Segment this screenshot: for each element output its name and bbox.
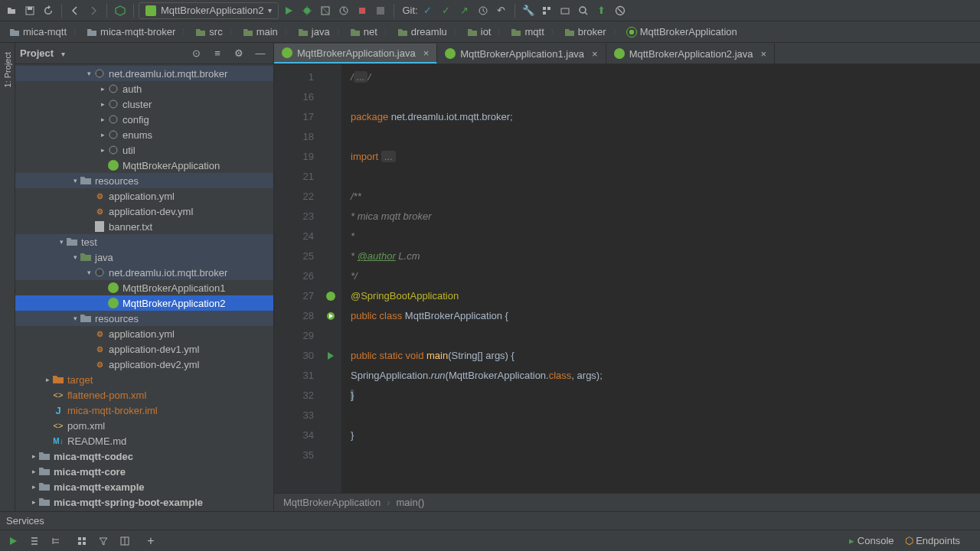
crumb-class[interactable]: MqttBrokerApplication xyxy=(283,497,381,508)
tree-node[interactable]: ⚙application.yml xyxy=(15,326,273,341)
nav-breadcrumbs: mica-mqtt〉mica-mqtt-broker〉src〉main〉java… xyxy=(0,21,980,43)
tree-node[interactable]: ▸target xyxy=(15,372,273,387)
breadcrumb-item[interactable]: java xyxy=(295,24,333,39)
git-label: Git: xyxy=(402,5,417,16)
tree-node[interactable]: ▾java xyxy=(15,249,273,265)
select-opened-icon[interactable]: ⊙ xyxy=(188,45,204,62)
tree-node[interactable]: ⚙application-dev2.yml xyxy=(15,357,273,372)
coverage-icon[interactable] xyxy=(317,2,334,19)
editor-tab[interactable]: MqttBrokerApplication1.java× xyxy=(437,44,606,64)
breadcrumb-item[interactable]: mqtt xyxy=(508,24,547,39)
services-toolbar: + ▸ Console ⬡ Endpoints xyxy=(0,530,980,551)
breadcrumb-item[interactable]: MqttBrokerApplication xyxy=(623,24,740,39)
code-editor[interactable]: /.../package net.dreamlu.iot.mqtt.broker… xyxy=(341,64,980,493)
services-tree-icon[interactable] xyxy=(47,533,64,549)
tree-node[interactable]: ⚙application-dev1.yml xyxy=(15,341,273,357)
svg-point-13 xyxy=(96,70,103,77)
tree-node[interactable]: ▾net.dreamlu.iot.mqtt.broker xyxy=(15,265,273,280)
run-config-selector[interactable]: MqttBrokerApplication2 ▾ xyxy=(139,2,279,19)
svg-rect-5 xyxy=(377,7,384,15)
tree-node[interactable]: ▸mica-mqtt-example xyxy=(15,479,273,494)
git-update-icon[interactable]: ✓ xyxy=(420,2,436,19)
forward-icon[interactable] xyxy=(85,2,102,19)
services-add-icon[interactable]: + xyxy=(142,533,159,549)
tree-node[interactable]: ▸mica-mqtt-core xyxy=(15,464,273,479)
tree-node[interactable]: Jmica-mqtt-broker.iml xyxy=(15,403,273,418)
services-layout-icon[interactable] xyxy=(116,533,133,549)
tree-node[interactable]: <>pom.xml xyxy=(15,418,273,433)
services-filter-icon[interactable] xyxy=(95,533,112,549)
tree-node[interactable]: ▾resources xyxy=(15,311,273,326)
tree-node[interactable]: MqttBrokerApplication1 xyxy=(15,280,273,295)
run-icon[interactable] xyxy=(280,2,297,19)
back-icon[interactable] xyxy=(67,2,83,19)
git-push-icon[interactable]: ↗ xyxy=(456,2,473,19)
save-icon[interactable] xyxy=(21,2,38,19)
tree-node[interactable]: ▾test xyxy=(15,234,273,249)
project-view-selector[interactable] xyxy=(58,47,65,59)
breadcrumb-item[interactable]: main xyxy=(240,24,281,39)
tree-node[interactable]: ▸enums xyxy=(15,127,273,142)
endpoints-tab[interactable]: ⬡ Endpoints xyxy=(905,535,960,546)
tree-node[interactable]: MqttBrokerApplication2 xyxy=(15,295,273,311)
debug-icon[interactable] xyxy=(299,2,315,19)
tree-node[interactable]: ⚙application-dev.yml xyxy=(15,204,273,219)
breadcrumb-item[interactable]: mica-mqtt xyxy=(6,24,70,39)
svg-rect-24 xyxy=(78,542,81,545)
services-grid-icon[interactable] xyxy=(74,533,90,549)
search-icon[interactable] xyxy=(575,2,592,19)
gutter-icons xyxy=(320,64,341,493)
tree-node[interactable]: ▸mica-mqtt-codec xyxy=(15,448,273,464)
hide-icon[interactable]: — xyxy=(252,45,269,62)
tree-node[interactable]: ▸config xyxy=(15,112,273,127)
attach-icon[interactable]: ⏹ xyxy=(354,2,371,19)
settings-icon[interactable]: 🔧 xyxy=(520,2,537,19)
gear-icon[interactable]: ⚙ xyxy=(230,45,247,62)
project-tree[interactable]: ▾net.dreamlu.iot.mqtt.broker▸auth▸cluste… xyxy=(15,64,273,511)
editor-tab[interactable]: MqttBrokerApplication.java× xyxy=(274,44,437,64)
crumb-method[interactable]: main() xyxy=(397,497,425,508)
svg-rect-10 xyxy=(561,8,569,14)
tree-node[interactable]: MqttBrokerApplication xyxy=(15,158,273,173)
editor-tabs: MqttBrokerApplication.java×MqttBrokerApp… xyxy=(274,43,980,64)
tree-node[interactable]: ▸util xyxy=(15,142,273,158)
console-tab[interactable]: ▸ Console xyxy=(849,535,893,546)
services-panel-header[interactable]: Services xyxy=(0,511,980,530)
breadcrumb-item[interactable]: net xyxy=(347,24,381,39)
open-icon[interactable] xyxy=(3,2,20,19)
profile-icon[interactable] xyxy=(335,2,352,19)
tree-node[interactable]: ▾resources xyxy=(15,173,273,188)
breadcrumb-item[interactable]: src xyxy=(192,24,225,39)
stop-all-icon[interactable] xyxy=(612,2,629,19)
git-rollback-icon[interactable]: ↶ xyxy=(493,2,510,19)
breadcrumb-item[interactable]: mica-mqtt-broker xyxy=(83,24,178,39)
build-icon[interactable] xyxy=(112,2,129,19)
profiler-icon[interactable]: ⬆ xyxy=(593,2,610,19)
tree-node[interactable]: ▸cluster xyxy=(15,96,273,112)
breadcrumb-item[interactable]: dreamlu xyxy=(394,24,450,39)
svg-rect-19 xyxy=(95,221,104,232)
tree-node[interactable]: ▾net.dreamlu.iot.mqtt.broker xyxy=(15,66,273,81)
breadcrumb-item[interactable]: broker xyxy=(561,24,609,39)
editor-tab[interactable]: MqttBrokerApplication2.java× xyxy=(606,44,775,64)
tree-node[interactable]: ▸mica-mqtt-spring-boot-example xyxy=(15,494,273,510)
tree-node[interactable]: banner.txt xyxy=(15,219,273,234)
tree-node[interactable]: M↓README.md xyxy=(15,433,273,448)
tree-node[interactable]: ▸auth xyxy=(15,81,273,96)
line-numbers: 116171819212223242526272829303132333435 xyxy=(274,64,320,493)
stop-icon[interactable] xyxy=(372,2,389,19)
project-tool-tab[interactable]: 1: Project xyxy=(2,47,14,92)
git-history-icon[interactable] xyxy=(475,2,492,19)
services-run-icon[interactable] xyxy=(5,533,21,549)
breadcrumb-item[interactable]: iot xyxy=(464,24,495,39)
structure-icon[interactable] xyxy=(538,2,555,19)
svg-rect-7 xyxy=(543,7,546,10)
tree-node[interactable]: ⚙application.yml xyxy=(15,188,273,204)
git-commit-icon[interactable]: ✓ xyxy=(438,2,455,19)
services-stop-icon[interactable] xyxy=(26,533,43,549)
expand-all-icon[interactable]: ≡ xyxy=(209,45,226,62)
tree-node[interactable]: <>flattened-pom.xml xyxy=(15,387,273,403)
svg-rect-1 xyxy=(28,7,32,10)
sdk-icon[interactable] xyxy=(557,2,573,19)
refresh-icon[interactable] xyxy=(40,2,57,19)
